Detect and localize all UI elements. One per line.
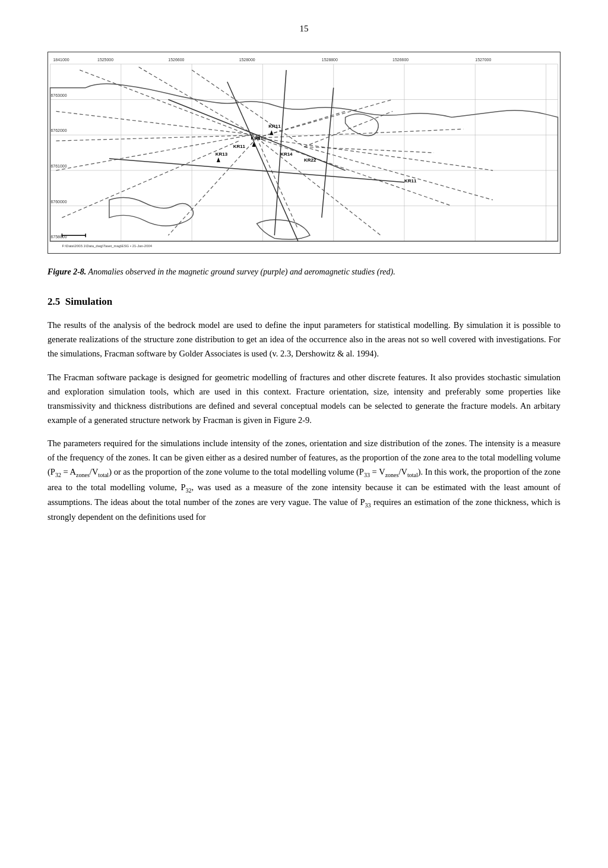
svg-text:1526600: 1526600 (168, 58, 184, 62)
figure-caption: Figure 2-8. Anomalies observed in the ma… (48, 266, 560, 278)
svg-text:KR22: KR22 (304, 157, 316, 163)
paragraph-2: The Fracman software package is designed… (48, 371, 560, 428)
svg-text:1528800: 1528800 (322, 58, 338, 62)
page-number: 15 (48, 24, 560, 34)
figure-map-container: 1841000 1525000 1526600 1528000 1528800 … (48, 52, 560, 254)
svg-text:1527000: 1527000 (475, 58, 491, 62)
section-number: 2.5 (48, 296, 60, 307)
paragraph-1: The results of the analysis of the bedro… (48, 318, 560, 361)
figure-caption-bold: Figure 2-8. (48, 267, 86, 276)
svg-rect-0 (50, 52, 558, 253)
svg-text:6760000: 6760000 (51, 200, 67, 204)
svg-text:KR13: KR13 (216, 151, 228, 157)
svg-text:6761000: 6761000 (51, 164, 67, 168)
svg-text:1526600: 1526600 (392, 58, 408, 62)
svg-text:KR11: KR11 (251, 135, 264, 141)
svg-text:KR11: KR11 (268, 124, 281, 129)
svg-text:1525000: 1525000 (97, 58, 113, 62)
paragraph-3: The parameters required for the simulati… (48, 437, 560, 525)
section-title-text: Simulation (65, 296, 112, 307)
svg-text:6762000: 6762000 (51, 128, 67, 132)
svg-text:1841000: 1841000 (53, 58, 69, 62)
figure-caption-text: Anomalies observed in the magnetic groun… (86, 267, 395, 276)
figure-map-svg: 1841000 1525000 1526600 1528000 1528800 … (48, 52, 560, 253)
svg-text:6763000: 6763000 (51, 93, 67, 97)
svg-text:KR11: KR11 (233, 144, 246, 149)
page-container: 15 1841000 1525000 15 (0, 0, 608, 868)
svg-text:KR11: KR11 (404, 178, 417, 184)
svg-text:KR14: KR14 (280, 151, 293, 157)
svg-text:1528000: 1528000 (239, 58, 255, 62)
section-heading: 2.5 Simulation (48, 296, 560, 308)
svg-text:F:\Data\2003.1\Data_dwg\Taset_: F:\Data\2003.1\Data_dwg\Taset_mag\ESG • … (62, 244, 152, 248)
